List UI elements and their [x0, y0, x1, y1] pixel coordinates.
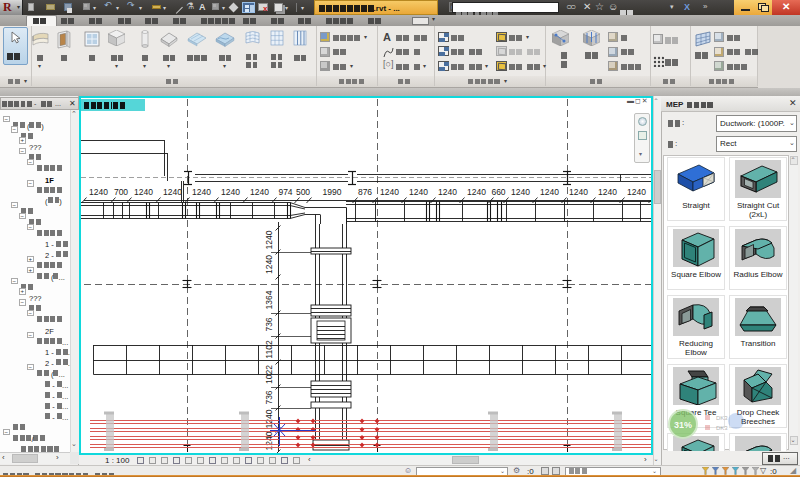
svg-text:1240: 1240	[511, 187, 530, 197]
svg-text:1240: 1240	[540, 187, 559, 197]
svg-text:1240: 1240	[163, 187, 182, 197]
svg-text:1240: 1240	[264, 409, 274, 428]
svg-text:1240: 1240	[627, 187, 646, 197]
svg-text:1240: 1240	[598, 187, 617, 197]
svg-text:1240: 1240	[380, 187, 399, 197]
svg-text:1102: 1102	[264, 340, 274, 359]
svg-text:660: 660	[491, 187, 505, 197]
svg-text:1240: 1240	[467, 187, 486, 197]
svg-text:500: 500	[296, 187, 310, 197]
svg-text:1240: 1240	[221, 187, 240, 197]
svg-text:1240: 1240	[569, 187, 588, 197]
svg-text:1240: 1240	[264, 255, 274, 274]
svg-text:1240: 1240	[438, 187, 457, 197]
svg-text:736: 736	[264, 390, 274, 404]
svg-text:1240: 1240	[192, 187, 211, 197]
svg-text:1240: 1240	[134, 187, 153, 197]
svg-text:700: 700	[114, 187, 128, 197]
svg-text:1240: 1240	[89, 187, 108, 197]
svg-text:876: 876	[358, 187, 372, 197]
svg-text:1240: 1240	[409, 187, 428, 197]
svg-text:974: 974	[278, 187, 292, 197]
svg-text:1990: 1990	[323, 187, 342, 197]
svg-text:736: 736	[264, 317, 274, 331]
svg-text:1240: 1240	[264, 230, 274, 249]
svg-text:1240: 1240	[250, 187, 269, 197]
svg-text:1364: 1364	[264, 290, 274, 309]
